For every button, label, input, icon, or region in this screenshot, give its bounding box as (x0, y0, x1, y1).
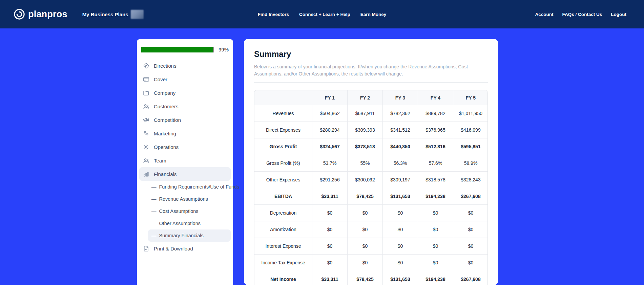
cell-fy2: $0 (347, 238, 382, 254)
cell-fy4: $0 (418, 254, 453, 271)
find-investors-link[interactable]: Find Investors (258, 12, 289, 17)
planpros-logo[interactable]: planpros (14, 8, 67, 20)
cell-fy5: $267,608 (453, 271, 488, 285)
table-row-interest-expense: Interest Expense $0 $0 $0 $0 $0 (254, 238, 488, 254)
sidebar-item-label: Financials (154, 171, 177, 177)
account-link[interactable]: Account (535, 12, 553, 17)
row-label: Depreciation (254, 204, 312, 221)
table-row-amortization: Amortization $0 $0 $0 $0 $0 (254, 221, 488, 238)
financial-summary-table: FY 1 FY 2 FY 3 FY 4 FY 5 Revenues $604,8… (254, 90, 488, 285)
row-label: Amortization (254, 221, 312, 238)
sidebar-subitem-label: Funding Requirements/Use of Funds (159, 184, 240, 190)
cell-fy2: 55% (347, 155, 382, 171)
sidebar-item-financials[interactable]: Financials (139, 167, 231, 181)
cell-fy5: $1,011,950 (453, 105, 488, 122)
cell-fy5: $0 (453, 238, 488, 254)
sidebar-subitem-revenue-assumptions[interactable]: — Revenue Assumptions (148, 193, 231, 205)
planpros-logo-icon (14, 8, 25, 20)
cell-fy3: $0 (382, 221, 418, 238)
row-label: Income Tax Expense (254, 254, 312, 271)
logo-wordmark: planpros (28, 9, 67, 20)
cell-fy1: $604,862 (312, 105, 347, 122)
logout-link[interactable]: Logout (611, 12, 626, 17)
progress-fill (141, 47, 213, 52)
row-label: Interest Expense (254, 238, 312, 254)
cell-fy2: $687,911 (347, 105, 382, 122)
cell-fy1: $280,294 (312, 122, 347, 138)
sidebar-item-directions[interactable]: Directions (139, 59, 231, 72)
cell-fy5: $267,608 (453, 188, 488, 204)
sidebar-subitem-label: Summary Financials (159, 233, 204, 238)
earn-money-link[interactable]: Earn Money (360, 12, 387, 17)
subitem-dash: — (151, 233, 157, 238)
gear-icon (143, 144, 150, 151)
cell-fy3: $0 (382, 238, 418, 254)
cell-fy2: $0 (347, 254, 382, 271)
cell-fy5: 58.9% (453, 155, 488, 171)
megaphone-icon (143, 116, 150, 124)
cell-fy1: $33,311 (312, 188, 347, 204)
cell-fy4: $0 (418, 221, 453, 238)
cell-fy5: $416,099 (453, 122, 488, 138)
sidebar-item-label: Operations (154, 144, 179, 150)
sidebar-item-label: Cover (154, 76, 167, 82)
cell-fy3: $131,653 (382, 188, 418, 204)
table-row-direct-expenses: Direct Expenses $280,294 $309,393 $341,5… (254, 122, 488, 138)
cell-fy2: $0 (347, 204, 382, 221)
directions-icon (143, 62, 150, 69)
section-divider (254, 82, 488, 83)
my-business-plans-link[interactable]: My Business Plans (82, 12, 128, 17)
fy1-column-header: FY 1 (312, 90, 347, 105)
row-label: Direct Expenses (254, 122, 312, 138)
bar-chart-icon (143, 171, 150, 178)
table-row-gross-profit: Gross Profit $324,567 $378,518 $440,850 … (254, 138, 488, 155)
cell-fy2: $300,092 (347, 171, 382, 188)
faqs-contact-link[interactable]: FAQs / Contact Us (562, 12, 602, 17)
sidebar-item-marketing[interactable]: Marketing (139, 127, 231, 140)
row-label-column-header (254, 90, 312, 105)
sidebar-item-customers[interactable]: Customers (139, 100, 231, 113)
sidebar-item-cover[interactable]: Cover (139, 72, 231, 86)
header-center-nav: Find Investors Connect + Learn + Help Ea… (258, 12, 387, 17)
users-icon (143, 103, 150, 110)
cell-fy1: $33,311 (312, 271, 347, 285)
sidebar-item-competition[interactable]: Competition (139, 113, 231, 127)
cell-fy1: $324,567 (312, 138, 347, 155)
connect-learn-help-link[interactable]: Connect + Learn + Help (299, 12, 350, 17)
sidebar-item-label: Company (154, 90, 175, 96)
sidebar-item-label: Print & Download (154, 246, 193, 251)
cell-fy4: $0 (418, 238, 453, 254)
cell-fy2: $378,518 (347, 138, 382, 155)
pdf-icon (143, 245, 150, 252)
cell-fy4: $376,965 (418, 122, 453, 138)
subitem-dash: — (151, 209, 157, 214)
cell-fy4: $194,238 (418, 271, 453, 285)
plan-name-redacted (131, 10, 144, 19)
cell-fy4: $889,782 (418, 105, 453, 122)
progress-percent-label: 99% (219, 47, 229, 52)
sidebar-subitem-other-assumptions[interactable]: — Other Assumptions (148, 217, 231, 229)
cell-fy2: $78,425 (347, 188, 382, 204)
sidebar-subitem-cost-assumptions[interactable]: — Cost Assumptions (148, 205, 231, 217)
cell-fy3: $309,197 (382, 171, 418, 188)
row-label: EBITDA (254, 188, 312, 204)
sidebar-subitem-funding-requirements[interactable]: — Funding Requirements/Use of Funds (148, 181, 231, 193)
sidebar-item-operations[interactable]: Operations (139, 140, 231, 154)
cell-fy2: $309,393 (347, 122, 382, 138)
sidebar-item-company[interactable]: Company (139, 86, 231, 100)
sidebar-item-team[interactable]: Team (139, 154, 231, 167)
cell-fy3: $131,653 (382, 271, 418, 285)
summary-panel: Summary Below is a summary of your finan… (244, 39, 498, 285)
sidebar-item-label: Customers (154, 104, 179, 109)
cell-fy2: $78,425 (347, 271, 382, 285)
sidebar-item-print-download[interactable]: Print & Download (139, 242, 231, 255)
sidebar-item-label: Directions (154, 63, 176, 69)
cell-fy1: $0 (312, 204, 347, 221)
cell-fy1: $0 (312, 254, 347, 271)
table-row-net-income: Net Income $33,311 $78,425 $131,653 $194… (254, 271, 488, 285)
header-right-nav: Account FAQs / Contact Us Logout (535, 12, 626, 17)
sidebar-subitem-summary-financials[interactable]: — Summary Financials (148, 229, 231, 242)
table-header-row: FY 1 FY 2 FY 3 FY 4 FY 5 (254, 90, 488, 105)
fy5-column-header: FY 5 (453, 90, 488, 105)
progress-bar-track (141, 47, 214, 52)
